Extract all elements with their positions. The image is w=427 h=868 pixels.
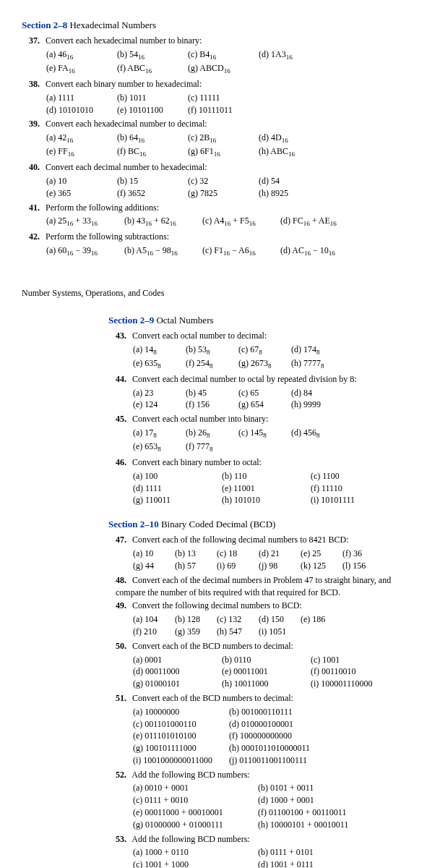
- item: (c) F116 − A616: [202, 244, 278, 258]
- problem-52: 52. Add the following BCD numbers:: [116, 769, 405, 781]
- item: (f) 2548: [186, 357, 236, 371]
- item: (e) 6358: [133, 357, 184, 371]
- problem-37-items: (a) 4616 (b) 5416 (c) B416 (d) 1A316 (e)…: [46, 48, 405, 76]
- item: (b) 13: [175, 548, 215, 560]
- item: (e) FF16: [46, 145, 115, 159]
- item: (d) 1748: [291, 344, 342, 357]
- item: (j) 98: [259, 560, 298, 572]
- item: (a) 1000 + 0110: [133, 846, 256, 859]
- item: (a) 0010 + 0001: [133, 782, 256, 794]
- item: (c) 1458: [238, 427, 289, 441]
- problem-42: 42. Perform the following subtractions:: [29, 231, 405, 243]
- item: (b) 0111 + 0101: [258, 846, 381, 859]
- problem-number: 44.: [116, 373, 130, 386]
- problem-number: 53.: [116, 833, 130, 846]
- item: (g) 654: [238, 399, 289, 411]
- item: (c) B416: [188, 48, 256, 62]
- item: (f) 00110010: [311, 665, 397, 678]
- problem-number: 46.: [116, 456, 130, 469]
- item: (f) 156: [186, 399, 236, 411]
- item: (h) 57: [175, 560, 215, 572]
- problem-number: 52.: [116, 769, 130, 781]
- problem-53-items: (a) 1000 + 0110 (b) 0111 + 0101 (c) 1001…: [133, 846, 405, 868]
- item: (b) 110: [222, 470, 309, 482]
- problem-text: Add the following BCD numbers:: [131, 770, 249, 780]
- problem-52-items: (a) 0010 + 0001 (b) 0101 + 0011 (c) 0111…: [133, 782, 405, 830]
- problem-number: 45.: [116, 413, 130, 425]
- item: (d) 1111: [133, 482, 220, 495]
- item: (d) 010000100001: [229, 718, 323, 731]
- chapter-title: Number Systems, Operations, and Codes: [22, 287, 405, 299]
- item: (b) 128: [175, 613, 215, 626]
- item: (h) 0001011010000011: [229, 742, 323, 754]
- problem-text: Convert each of the BCD numbers to decim…: [132, 641, 293, 651]
- problem-53: 53. Add the following BCD numbers:: [116, 833, 405, 846]
- item: (g) 01000101: [133, 678, 220, 690]
- problem-text: Convert each hexadecimal number to decim…: [46, 119, 207, 129]
- item: (c) 1001 + 1000: [133, 859, 256, 868]
- problem-text: Convert each decimal number to octal by …: [132, 374, 357, 384]
- item: (h) 9999: [291, 399, 342, 411]
- section-2-8-title: Section 2–8 Hexadecimal Numbers: [22, 19, 405, 32]
- item: (b) 15: [117, 175, 186, 187]
- item: (f) ABC16: [117, 62, 186, 76]
- item: (a) 6016 − 3916: [46, 244, 122, 258]
- item: (c) 1001: [311, 654, 397, 666]
- item: (a) 104: [133, 613, 173, 626]
- problem-46-items: (a) 100 (b) 110 (c) 1100 (d) 1111 (e) 11…: [133, 470, 405, 506]
- item: (b) 538: [186, 344, 236, 357]
- item: (f) BC16: [117, 145, 186, 159]
- problem-49: 49. Convert the following decimal number…: [116, 600, 405, 612]
- problem-text: Convert each hexadecimal number to binar…: [46, 35, 202, 46]
- section-number: Section 2–9: [108, 315, 154, 326]
- item: (c) 0111 + 0010: [133, 794, 256, 807]
- item: (b) 4316 + 6216: [124, 215, 200, 229]
- problem-number: 51.: [116, 692, 130, 705]
- item: (d) 54: [259, 175, 327, 187]
- item: (a) 178: [133, 427, 184, 441]
- item: (g) 359: [175, 626, 215, 638]
- problem-39: 39. Convert each hexadecimal number to d…: [29, 118, 405, 130]
- problem-text: Convert each binary number to hexadecima…: [46, 79, 202, 89]
- problem-text: Convert the following decimal numbers to…: [132, 600, 302, 610]
- item: (b) 1011: [117, 92, 186, 104]
- item: (e) 25: [301, 548, 340, 560]
- item: (b) 5416: [117, 48, 186, 62]
- problem-40: 40. Convert each decimal number to hexad…: [29, 161, 405, 174]
- problem-text: Convert each of the following decimal nu…: [132, 535, 349, 545]
- problem-text: Convert each binary number to octal:: [132, 457, 262, 467]
- problem-44: 44. Convert each decimal number to octal…: [116, 373, 405, 386]
- item: (e) 00011000 + 00010001: [133, 807, 256, 819]
- item: (g) 26738: [238, 357, 289, 371]
- item: (f) 11110: [311, 482, 397, 495]
- item: (k) 125: [301, 560, 340, 572]
- problem-40-items: (a) 10 (b) 15 (c) 32 (d) 54 (e) 365 (f) …: [46, 175, 405, 200]
- item: (d) AC16 − 1016: [280, 244, 356, 258]
- item: (d) 4D16: [259, 132, 327, 145]
- item: (d) 150: [259, 613, 298, 626]
- problem-number: 48.: [116, 574, 130, 587]
- section-number: Section 2–10: [108, 519, 159, 529]
- item: (d) 84: [291, 387, 342, 399]
- item: (a) 148: [133, 344, 184, 357]
- problem-44-items: (a) 23 (b) 45 (c) 65 (d) 84 (e) 124 (f) …: [133, 387, 405, 412]
- problem-43-items: (a) 148 (b) 538 (c) 678 (d) 1748 (e) 635…: [133, 344, 405, 371]
- item: (g) 6F116: [188, 145, 256, 159]
- problem-37: 37. Convert each hexadecimal number to b…: [29, 35, 405, 47]
- item: (h) ABC16: [259, 145, 327, 159]
- item: (b) 6416: [117, 132, 186, 145]
- section-name: Binary Coded Decimal (BCD): [161, 519, 276, 529]
- problem-text: Convert each of the decimal numbers in P…: [116, 575, 391, 597]
- item: (i) 1051: [259, 626, 298, 638]
- problem-51: 51. Convert each of the BCD numbers to d…: [116, 692, 405, 705]
- problem-46: 46. Convert each binary number to octal:: [116, 456, 405, 469]
- item: (d) 00011000: [133, 665, 220, 678]
- item: (g) ABCD16: [188, 62, 256, 76]
- item: (a) 4616: [46, 48, 115, 62]
- problem-50-items: (a) 0001 (b) 0110 (c) 1001 (d) 00011000 …: [133, 654, 405, 690]
- problem-45-items: (a) 178 (b) 268 (c) 1458 (d) 4568 (e) 65…: [133, 427, 405, 454]
- item: (d) FC16 + AE16: [280, 215, 356, 229]
- section-2-9-title: Section 2–9 Octal Numbers: [108, 314, 405, 327]
- item: (e) 365: [46, 187, 115, 200]
- problem-text: Convert each decimal number to hexadecim…: [46, 162, 207, 172]
